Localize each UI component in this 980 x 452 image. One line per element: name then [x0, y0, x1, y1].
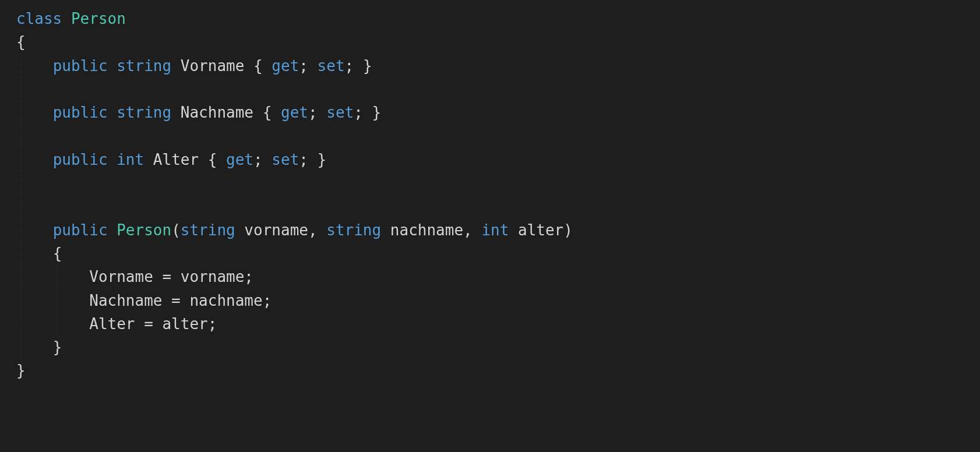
token-kw: set [318, 57, 345, 75]
code-line[interactable] [16, 171, 964, 195]
code-editor[interactable]: class Person{ public string Vorname { ge… [0, 0, 980, 390]
code-line[interactable]: public string Vorname { get; set; } [16, 54, 964, 77]
blank-line [53, 127, 62, 144]
indent-guide [21, 289, 22, 312]
token-kw: string [117, 104, 181, 121]
code-line[interactable]: { [16, 30, 964, 54]
indent-guide [21, 195, 22, 218]
indent-whitespace [16, 268, 89, 285]
token-kw: string [326, 221, 390, 239]
blank-line [53, 80, 62, 98]
token-punct: , [308, 221, 326, 239]
code-line[interactable]: public int Alter { get; set; } [16, 148, 964, 171]
token-punct: } [53, 338, 62, 356]
code-line[interactable]: { [16, 242, 964, 265]
code-line[interactable]: class Person [16, 7, 964, 30]
indent-guide [21, 148, 22, 171]
indent-guide [21, 336, 22, 359]
token-punct: ; [253, 151, 272, 168]
token-punct: ; [299, 57, 317, 75]
indent-guide [57, 289, 58, 312]
indent-guide [21, 265, 22, 288]
code-line[interactable]: Alter = alter; [16, 312, 964, 336]
code-line[interactable]: Nachname = nachname; [16, 289, 964, 312]
token-punct: { [263, 104, 281, 121]
indent-guide [21, 101, 22, 124]
token-param: nachname [390, 221, 463, 239]
code-line[interactable] [16, 77, 964, 101]
indent-guide [21, 312, 22, 336]
token-punct: ( [171, 221, 181, 239]
token-punct: , [463, 221, 481, 239]
indent-guide [21, 124, 22, 147]
token-kw: public [53, 57, 117, 75]
token-punct: { [16, 33, 26, 51]
indent-guide [21, 54, 22, 77]
token-kw: get [226, 151, 253, 168]
indent-guide [21, 242, 22, 265]
token-punct: ; [308, 104, 326, 121]
token-punct: { [253, 57, 272, 75]
blank-line [53, 197, 62, 215]
token-kw: int [481, 221, 518, 239]
token-punct: { [208, 151, 226, 168]
code-line[interactable] [16, 124, 964, 147]
indent-guide [57, 312, 58, 336]
token-ident: Vorname = vorname; [89, 268, 253, 285]
code-line[interactable]: } [16, 359, 964, 382]
token-punct: } [16, 362, 26, 379]
token-kw: get [281, 104, 308, 121]
token-kw: set [326, 104, 354, 121]
token-punct: ) [563, 221, 573, 239]
token-ident: Nachname = nachname; [89, 292, 272, 309]
indent-guide [57, 265, 58, 288]
code-line[interactable]: public string Nachname { get; set; } [16, 101, 964, 124]
indent-whitespace [16, 292, 89, 309]
token-prop: Alter [153, 151, 208, 168]
token-kw: string [181, 221, 245, 239]
token-kw: set [272, 151, 299, 168]
indent-guide [21, 171, 22, 195]
code-line[interactable]: public Person(string vorname, string nac… [16, 218, 964, 242]
token-prop: Nachname [181, 104, 263, 121]
token-kw: int [117, 151, 153, 168]
token-kw: string [117, 57, 181, 75]
token-punct: ; } [345, 57, 372, 75]
indent-guide [21, 77, 22, 101]
token-func: Person [117, 221, 171, 239]
token-kw: public [53, 221, 117, 239]
blank-line [53, 174, 62, 192]
token-kw: public [53, 104, 117, 121]
token-punct: ; } [299, 151, 326, 168]
code-line[interactable]: Vorname = vorname; [16, 265, 964, 288]
token-kw: get [272, 57, 299, 75]
token-kw: public [53, 151, 117, 168]
token-param: alter [518, 221, 563, 239]
token-param: vorname [244, 221, 308, 239]
indent-whitespace [16, 315, 89, 333]
token-punct: ; } [354, 104, 381, 121]
token-prop: Vorname [181, 57, 253, 75]
token-type: Person [71, 10, 126, 27]
code-line[interactable]: } [16, 336, 964, 359]
token-kw: class [16, 10, 71, 27]
code-line[interactable] [16, 195, 964, 218]
indent-guide [21, 218, 22, 242]
token-ident: Alter = alter; [89, 315, 217, 333]
token-punct: { [53, 245, 62, 262]
